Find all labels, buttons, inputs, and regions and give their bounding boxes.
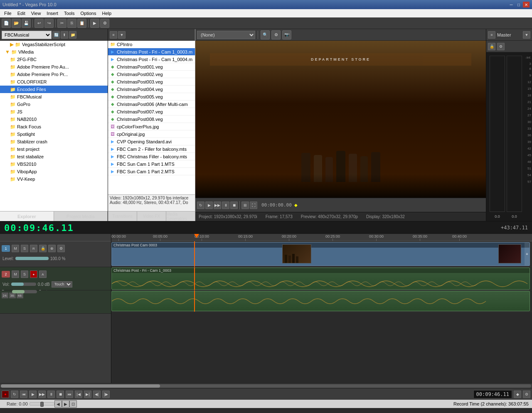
transport-prev-marker[interactable]: |◀ <box>75 391 82 398</box>
tree-fbcmusical[interactable]: 📁 FBCMusical <box>0 93 108 101</box>
menu-options[interactable]: Options <box>78 10 99 17</box>
menu-view[interactable]: View <box>29 10 44 17</box>
tree-colorfixer[interactable]: 📁 COLORFIXER <box>0 78 108 86</box>
track-2-pan-slider[interactable] <box>12 290 37 293</box>
tab-transitions[interactable]: Transitions <box>108 211 137 221</box>
master-lock-btn[interactable]: 🔒 <box>488 43 495 50</box>
tree-adobe1[interactable]: 📁 Adobe Premiere Pro Au... <box>0 63 108 71</box>
preview-settings-btn[interactable]: ⚙ <box>271 30 281 39</box>
tree-js[interactable]: 📁 JS <box>0 108 108 116</box>
preview-snapshot-btn[interactable]: 📷 <box>282 30 291 39</box>
timeline-ruler[interactable]: 00:00:00 00:05:00 00:10:00 00:15:00 00:2… <box>111 234 532 241</box>
tab-video-fx[interactable]: Video FX <box>137 211 166 221</box>
tree-encoded-files[interactable]: 📁 Encoded Files <box>0 86 108 93</box>
menu-insert[interactable]: Insert <box>44 10 61 17</box>
menu-file[interactable]: File <box>2 10 14 17</box>
tab-explorer[interactable]: Explorer <box>0 211 54 221</box>
track-1-lock[interactable]: 🔒 <box>39 245 47 252</box>
render-button[interactable]: ▶ <box>90 19 99 28</box>
transport-next-marker[interactable]: ▶| <box>84 391 91 398</box>
tree-spotlight[interactable]: 📁 Spotlight <box>0 130 108 138</box>
preview-play-fast-btn[interactable]: ▶▶ <box>214 202 221 209</box>
rate-slider[interactable] <box>30 402 54 406</box>
tree-test-stabalize[interactable]: 📁 test stabalize <box>0 153 108 160</box>
file-item-cam3[interactable]: ▶ Christmas Post - Fri - Cam 1_0003.m <box>108 48 195 56</box>
menu-edit[interactable]: Edit <box>15 10 28 17</box>
track-2-record[interactable]: ● <box>30 270 37 278</box>
file-item-fbc-christmas[interactable]: ▶ FBC Christmas Filler - balcony.mts <box>108 153 195 160</box>
minimize-button[interactable]: ─ <box>508 2 515 7</box>
track-2-mute[interactable]: M <box>12 270 19 278</box>
properties-button[interactable]: ⚙ <box>100 19 109 28</box>
explorer-up[interactable]: ⬆ <box>61 31 68 39</box>
tree-gopro[interactable]: 📁 GoPro <box>0 101 108 108</box>
master-options-btn[interactable]: ▼ <box>523 31 530 39</box>
tree-vegastabilizer[interactable]: ▶ 📁 VegasStabilizerScript <box>0 41 108 48</box>
preview-pause-btn[interactable]: ⏸ <box>222 202 229 209</box>
preview-grid-btn[interactable]: ⊞ <box>241 202 249 209</box>
file-item-cpintro[interactable]: 📁 CPIntro <box>108 41 195 48</box>
transport-pause[interactable]: ⏸ <box>47 391 55 398</box>
transport-settings[interactable]: ⚙ <box>523 391 530 398</box>
transport-next-frame[interactable]: |▶ <box>102 391 110 398</box>
track-1-solo[interactable]: S <box>21 245 28 252</box>
video-clip-1[interactable]: Christmas Post Cam 0003 <box>111 242 530 266</box>
preview-loop-btn[interactable]: ↻ <box>197 202 204 209</box>
file-item-veg002[interactable]: ◆ ChristmasPost002.veg <box>108 71 195 78</box>
file-item-veg006[interactable]: ◆ ChristmasPost006 (After Multi-cam <box>108 101 195 108</box>
file-item-veg004[interactable]: ◆ ChristmasPost004.veg <box>108 86 195 93</box>
tree-vbs2010[interactable]: 📁 VBS2010 <box>0 160 108 168</box>
file-item-veg007[interactable]: ◆ ChristmasPost007.veg <box>108 108 195 116</box>
preview-stop-btn[interactable]: ⏹ <box>230 202 238 209</box>
file-item-veg001[interactable]: ◆ ChristmasPost001.veg <box>108 63 195 71</box>
transport-ff[interactable]: ⏭ <box>66 391 73 398</box>
track-1-mute[interactable]: M <box>12 245 19 252</box>
file-item-sun1[interactable]: ▶ FBC Sun Cam 1 Part 1.MTS <box>108 160 195 168</box>
file-item-cpcolor[interactable]: 🖼 cpColorFixerPlus.jpg <box>108 123 195 130</box>
master-expand-btn[interactable]: ≡ <box>488 31 495 39</box>
save-button[interactable]: 💾 <box>22 19 31 28</box>
file-item-fbc-cam2[interactable]: ▶ FBC Cam 2 - Filler for balcony.mts <box>108 145 195 153</box>
record-button[interactable]: ● <box>2 391 9 398</box>
track-2-auto[interactable]: A <box>39 270 47 278</box>
rate-reset-btn[interactable]: ⊡ <box>69 400 77 408</box>
file-item-veg003[interactable]: ◆ ChristmasPost003.veg <box>108 78 195 86</box>
transport-stop[interactable]: ⏹ <box>57 391 64 398</box>
master-settings-btn[interactable]: ⚙ <box>497 43 505 50</box>
redo-button[interactable]: ↪ <box>44 19 54 28</box>
preview-zoom-btn[interactable]: 🔍 <box>261 30 270 39</box>
tree-adobe2[interactable]: 📁 Adobe Premiere Pro Pr... <box>0 71 108 78</box>
file-view-btn[interactable]: ≡ <box>110 31 117 39</box>
file-item-veg005[interactable]: ◆ ChristmasPost005.veg <box>108 93 195 101</box>
file-item-sun2[interactable]: ▶ FBC Sun Cam 1 Part 2.MTS <box>108 168 195 175</box>
file-item-cporiginal[interactable]: 🖼 cpOriginal.jpg <box>108 130 195 138</box>
explorer-folder-dropdown[interactable]: FBCMusical <box>2 31 52 39</box>
tree-nab2010[interactable]: 📁 NAB2010 <box>0 116 108 123</box>
tab-project-media[interactable]: Project Media <box>54 211 108 221</box>
timeline-scroll-thumb[interactable] <box>1 384 160 388</box>
tree-vmedia[interactable]: ▼ 📁 VMedia <box>0 48 108 56</box>
explorer-new-folder[interactable]: 📁 <box>69 31 76 39</box>
preview-dropdown[interactable]: (None) Preview (Auto) <box>197 31 255 39</box>
tree-vv-keep[interactable]: 📁 VV-Keep <box>0 175 108 183</box>
cut-button[interactable]: ✂ <box>57 19 66 28</box>
transport-play-fast[interactable]: ▶▶ <box>38 391 46 398</box>
transport-rewind[interactable]: ⏮ <box>20 391 27 398</box>
clip-resize-handle[interactable]: + <box>525 243 530 266</box>
file-item-veg008[interactable]: ◆ ChristmasPost008.veg <box>108 116 195 123</box>
tree-rack-focus[interactable]: 📁 Rack Focus <box>0 123 108 130</box>
transport-loop[interactable]: ↻ <box>11 391 18 398</box>
preview-play-btn[interactable]: ▶ <box>205 202 213 209</box>
tree-test-project[interactable]: 📁 test project <box>0 145 108 153</box>
track-2-solo[interactable]: S <box>21 270 28 278</box>
track-2-vol-slider[interactable] <box>11 283 36 286</box>
tree-stablizer[interactable]: 📁 Stablizer crash <box>0 138 108 145</box>
track-1-level-slider[interactable] <box>15 257 49 260</box>
track-1-settings[interactable]: ⚙ <box>57 245 65 252</box>
timeline-scrollbar[interactable] <box>0 383 532 388</box>
tab-media-gen[interactable]: Media Generators <box>166 211 195 221</box>
open-button[interactable]: 📂 <box>12 19 21 28</box>
undo-button[interactable]: ↩ <box>34 19 44 28</box>
audio-clip-2[interactable] <box>111 291 530 311</box>
new-button[interactable]: 📄 <box>2 19 11 28</box>
